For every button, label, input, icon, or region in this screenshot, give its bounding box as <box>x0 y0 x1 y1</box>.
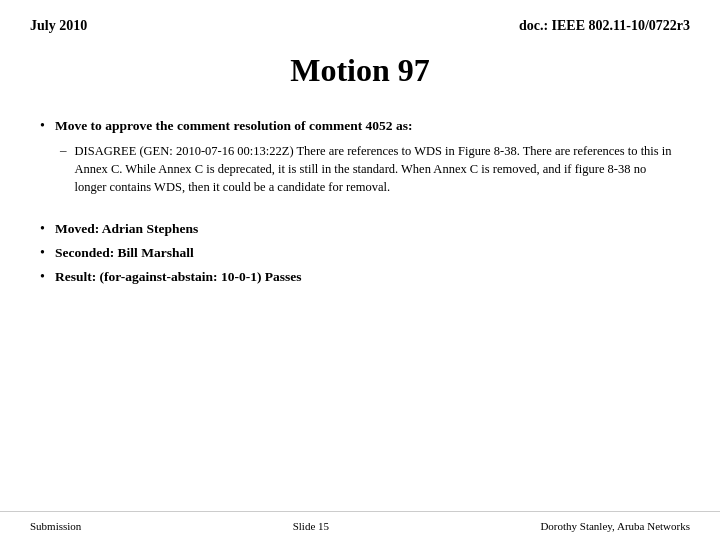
sub-bullet-section: – DISAGREE (GEN: 2010-07-16 00:13:22Z) T… <box>60 142 680 196</box>
page: July 2010 doc.: IEEE 802.11-10/0722r3 Mo… <box>0 0 720 540</box>
bullet-text-1: Move to approve the comment resolution o… <box>55 117 413 136</box>
header-date: July 2010 <box>30 18 87 34</box>
footer-slide: Slide 15 <box>293 520 329 532</box>
main-title: Motion 97 <box>30 52 690 89</box>
content: • Move to approve the comment resolution… <box>0 107 720 302</box>
footer-author: Dorothy Stanley, Aruba Networks <box>540 520 690 532</box>
header: July 2010 doc.: IEEE 802.11-10/0722r3 <box>0 0 720 42</box>
bullet-dot-1: • <box>40 118 45 134</box>
bullet-text-2: Moved: Adrian Stephens <box>55 220 198 239</box>
sub-bullet-dash: – <box>60 142 67 158</box>
sub-bullet-item: – DISAGREE (GEN: 2010-07-16 00:13:22Z) T… <box>60 142 680 196</box>
header-doc: doc.: IEEE 802.11-10/0722r3 <box>519 18 690 34</box>
footer-submission: Submission <box>30 520 81 532</box>
bottom-bullets: • Moved: Adrian Stephens • Seconded: Bil… <box>40 220 680 287</box>
bullet-item-2: • Moved: Adrian Stephens <box>40 220 680 239</box>
bullet-dot-2: • <box>40 221 45 237</box>
bullet-item-4: • Result: (for-against-abstain: 10-0-1) … <box>40 268 680 287</box>
title-section: Motion 97 <box>0 42 720 107</box>
bullet-section-main: • Move to approve the comment resolution… <box>40 117 680 196</box>
bullet-text-4: Result: (for-against-abstain: 10-0-1) Pa… <box>55 268 302 287</box>
footer: Submission Slide 15 Dorothy Stanley, Aru… <box>0 511 720 540</box>
sub-bullet-text: DISAGREE (GEN: 2010-07-16 00:13:22Z) The… <box>75 142 681 196</box>
bullet-item-1: • Move to approve the comment resolution… <box>40 117 680 136</box>
bullet-text-3: Seconded: Bill Marshall <box>55 244 194 263</box>
bullet-item-3: • Seconded: Bill Marshall <box>40 244 680 263</box>
bullet-dot-3: • <box>40 245 45 261</box>
bullet-dot-4: • <box>40 269 45 285</box>
